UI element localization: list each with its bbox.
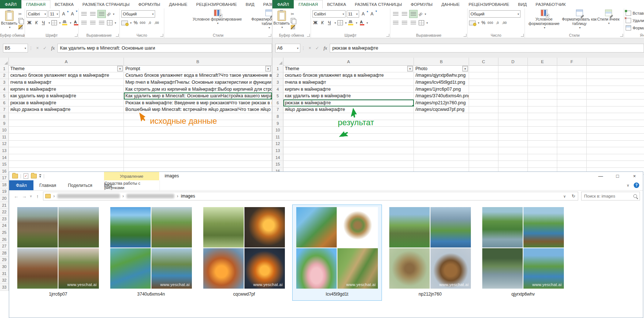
- percent-button[interactable]: %: [480, 19, 486, 26]
- font-name-select[interactable]: Calibri▾: [312, 10, 346, 18]
- cell-B13[interactable]: [414, 147, 469, 154]
- row-header-3[interactable]: 3: [0, 79, 9, 86]
- increase-decimal-button[interactable]: ,0: [494, 19, 500, 26]
- cell-A7[interactable]: яйцо дракона в майнкрафте: [9, 106, 124, 113]
- help-icon[interactable]: ?: [634, 183, 639, 188]
- cell-A11[interactable]: [283, 134, 414, 141]
- column-header-C[interactable]: C: [469, 58, 498, 65]
- font-name-select[interactable]: Calibri▾: [26, 10, 47, 18]
- row-header-6[interactable]: 6: [0, 100, 9, 106]
- cell-A10[interactable]: [9, 127, 124, 134]
- cell-D1[interactable]: [498, 65, 528, 72]
- cell-blank[interactable]: [587, 100, 644, 106]
- cell-B2[interactable]: Сколько блоков увлажняет вода в Minecraf…: [124, 72, 272, 79]
- formula-bar[interactable]: рюкзак в майнкрафте: [330, 44, 644, 53]
- up-icon[interactable]: ↑: [33, 194, 42, 199]
- cell-F5[interactable]: [557, 93, 587, 100]
- row-header-18[interactable]: 18: [0, 181, 9, 188]
- cell-blank[interactable]: [587, 93, 644, 100]
- ribbon-tab-2[interactable]: ГЛАВНАЯ: [294, 0, 323, 8]
- cell-A12[interactable]: [9, 141, 124, 148]
- file-item-qjyrxtp6whv[interactable]: www.yeschat.aiqjyrxtp6whv: [478, 205, 568, 301]
- dialog-launcher-icon[interactable]: [75, 34, 78, 37]
- merge-center-button[interactable]: [107, 19, 112, 26]
- align-right-button[interactable]: [98, 19, 105, 26]
- paste-button[interactable]: Вставить▾: [274, 10, 289, 30]
- cell-A14[interactable]: [283, 154, 414, 161]
- cell-C9[interactable]: [469, 120, 498, 127]
- ribbon-tab-1[interactable]: ФАЙЛ: [272, 0, 294, 8]
- dialog-launcher-icon[interactable]: [116, 34, 119, 37]
- row-header-25[interactable]: 25: [0, 229, 9, 236]
- cell-A12[interactable]: [283, 141, 414, 148]
- cell-A2[interactable]: сколько блоков увлажняет вода в майнкраф…: [283, 72, 414, 79]
- cell-D10[interactable]: [498, 127, 528, 134]
- cell-A4[interactable]: кирпич в майнкрафте: [283, 86, 414, 93]
- cell-A1[interactable]: Theme▼: [283, 65, 414, 72]
- cell-D14[interactable]: [498, 154, 528, 161]
- fill-color-button[interactable]: [348, 19, 354, 26]
- copy-button[interactable]: [18, 18, 23, 24]
- row-header-27[interactable]: 27: [0, 243, 9, 250]
- row-header-28[interactable]: 28: [0, 250, 9, 257]
- cell-E3[interactable]: [528, 79, 557, 86]
- cell-B1[interactable]: Prompt▼: [124, 65, 272, 72]
- search-input[interactable]: Поиск в: images: [581, 192, 640, 200]
- cell-C10[interactable]: [469, 127, 498, 134]
- ribbon-tab-3[interactable]: ВСТАВКА: [323, 0, 351, 8]
- dialog-launcher-icon[interactable]: [268, 34, 271, 37]
- ribbon-tab-8[interactable]: ВИД: [514, 0, 531, 8]
- format-painter-button[interactable]: [291, 24, 295, 30]
- conditional-formatting-button[interactable]: Условное форматирование▾: [188, 10, 247, 30]
- cell-D12[interactable]: [498, 141, 528, 148]
- cell-A14[interactable]: [9, 154, 124, 161]
- row-header-29[interactable]: 29: [0, 257, 9, 264]
- cell-blank[interactable]: [587, 134, 644, 141]
- accounting-format-button[interactable]: [469, 19, 476, 26]
- cell-B12[interactable]: [414, 141, 469, 148]
- bold-button[interactable]: Ж: [312, 19, 318, 26]
- underline-button[interactable]: Ч: [40, 19, 46, 26]
- cell-E12[interactable]: [528, 141, 557, 148]
- row-header-4[interactable]: 4: [272, 86, 283, 93]
- align-middle-button[interactable]: [401, 10, 408, 18]
- cell-E7[interactable]: [528, 106, 557, 113]
- font-size-select[interactable]: 11▾: [347, 10, 359, 18]
- cell-B4[interactable]: Как строить дом из кирпичей в Майнкрафт:…: [124, 86, 272, 93]
- cell-D9[interactable]: [498, 120, 528, 127]
- cell-F14[interactable]: [557, 154, 587, 161]
- cell-E14[interactable]: [528, 154, 557, 161]
- cell-D3[interactable]: [498, 79, 528, 86]
- address-field[interactable]: › › › images ∨ ↻: [43, 192, 578, 200]
- grow-font-button[interactable]: A▲: [360, 11, 368, 18]
- file-item-1jrrc6p07[interactable]: www.yeschat.ai1jrrc6p07: [13, 205, 103, 301]
- maximize-button[interactable]: □: [609, 172, 626, 180]
- cell-E2[interactable]: [528, 72, 557, 79]
- column-header-E[interactable]: E: [528, 58, 557, 65]
- properties-check-icon[interactable]: ✓: [24, 173, 28, 179]
- comma-style-button[interactable]: 000: [487, 19, 493, 26]
- confirm-icon[interactable]: ✓: [314, 44, 321, 53]
- tab-home[interactable]: Главная: [33, 180, 62, 190]
- cell-E4[interactable]: [528, 86, 557, 93]
- cell-F15[interactable]: [557, 161, 587, 168]
- cell-B15[interactable]: [124, 161, 272, 168]
- orientation-button[interactable]: ab: [418, 11, 423, 17]
- dialog-launcher-icon[interactable]: [386, 34, 389, 37]
- cell-blank[interactable]: [587, 154, 644, 161]
- row-header-12[interactable]: 12: [0, 141, 9, 148]
- dialog-launcher-icon[interactable]: [620, 34, 623, 37]
- row-header-5[interactable]: 5: [0, 93, 9, 100]
- cell-B11[interactable]: [124, 134, 272, 141]
- column-header-B[interactable]: B: [124, 58, 272, 65]
- cell-A4[interactable]: кирпич в майнкрафте: [9, 86, 124, 93]
- cell-C5[interactable]: [469, 93, 498, 100]
- cell-F6[interactable]: [557, 100, 587, 106]
- cell-blank[interactable]: [587, 113, 644, 120]
- row-header-19[interactable]: 19: [0, 188, 9, 195]
- ribbon-tab-7[interactable]: РЕЦЕНЗИРОВАНИЕ: [464, 0, 514, 8]
- align-center-button[interactable]: [401, 19, 408, 26]
- cell-B10[interactable]: [414, 127, 469, 134]
- cell-A13[interactable]: [283, 147, 414, 154]
- row-header-12[interactable]: 12: [272, 141, 283, 148]
